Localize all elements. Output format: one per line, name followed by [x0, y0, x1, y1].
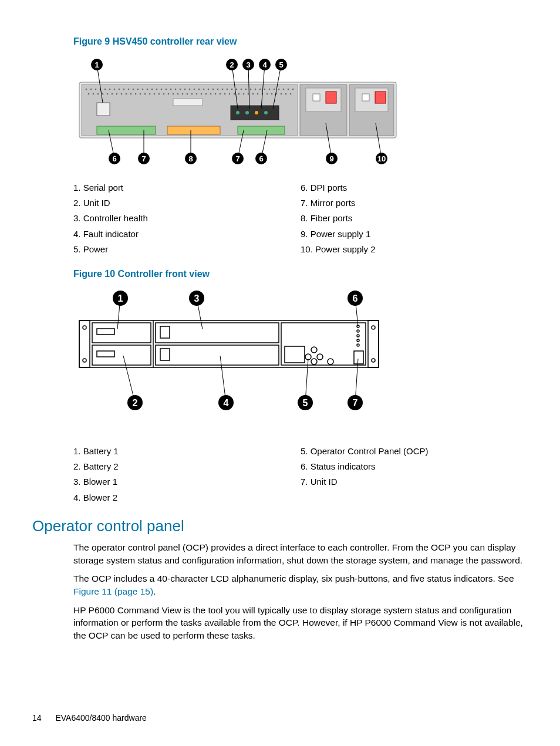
svg-point-52 — [112, 93, 113, 94]
svg-point-48 — [93, 93, 95, 94]
svg-rect-159 — [160, 326, 170, 338]
svg-rect-162 — [285, 346, 305, 363]
svg-text:6: 6 — [259, 154, 263, 163]
svg-point-78 — [234, 93, 235, 94]
svg-point-7 — [109, 88, 111, 90]
paragraph-ocp-2: The OCP includes a 40-character LCD alph… — [73, 572, 528, 598]
svg-point-23 — [184, 88, 186, 90]
svg-point-45 — [288, 88, 289, 90]
svg-rect-149 — [368, 320, 379, 367]
svg-rect-161 — [281, 323, 366, 365]
svg-point-16 — [151, 88, 153, 90]
svg-text:7: 7 — [235, 154, 239, 163]
svg-point-33 — [231, 88, 233, 90]
svg-point-72 — [205, 93, 207, 94]
svg-point-42 — [274, 88, 275, 90]
figure10-image: 1 3 6 2 4 — [73, 285, 528, 426]
svg-point-67 — [182, 93, 184, 94]
svg-point-172 — [357, 344, 359, 346]
svg-point-95 — [245, 111, 249, 114]
svg-point-24 — [189, 88, 191, 90]
svg-point-96 — [255, 111, 258, 114]
svg-point-79 — [238, 93, 240, 94]
svg-point-15 — [147, 88, 149, 90]
svg-point-66 — [177, 93, 179, 94]
svg-point-56 — [130, 93, 132, 94]
svg-point-49 — [97, 93, 99, 94]
svg-point-170 — [357, 335, 359, 337]
svg-point-25 — [194, 88, 195, 90]
svg-point-22 — [180, 88, 181, 90]
svg-text:3: 3 — [194, 293, 200, 303]
svg-point-148 — [83, 359, 86, 362]
svg-rect-98 — [97, 126, 156, 134]
svg-point-70 — [196, 93, 198, 94]
svg-point-51 — [107, 93, 109, 94]
svg-point-68 — [187, 93, 188, 94]
svg-text:8: 8 — [188, 154, 193, 163]
paragraph-ocp-2b: . — [153, 586, 156, 596]
svg-point-76 — [224, 93, 226, 94]
svg-point-13 — [137, 88, 139, 90]
svg-point-60 — [149, 93, 151, 94]
figure10-legend: 1. Battery 15. Operator Control Panel (O… — [73, 444, 528, 505]
svg-point-30 — [217, 88, 219, 90]
svg-point-71 — [201, 93, 203, 94]
svg-text:4: 4 — [224, 397, 229, 407]
svg-text:5: 5 — [303, 397, 308, 407]
svg-point-94 — [236, 111, 239, 114]
svg-rect-158 — [156, 345, 279, 365]
svg-point-41 — [269, 88, 271, 90]
svg-point-83 — [257, 93, 259, 94]
svg-text:3: 3 — [246, 60, 250, 69]
svg-point-17 — [156, 88, 158, 90]
svg-point-59 — [144, 93, 146, 94]
svg-point-11 — [128, 88, 130, 90]
svg-text:9: 9 — [329, 154, 333, 163]
svg-point-61 — [154, 93, 156, 94]
svg-point-89 — [285, 93, 287, 94]
svg-text:1: 1 — [95, 60, 99, 69]
svg-point-6 — [104, 88, 106, 90]
svg-point-8 — [114, 88, 116, 90]
svg-point-36 — [245, 88, 247, 90]
svg-text:2: 2 — [230, 60, 234, 69]
svg-rect-105 — [326, 92, 336, 103]
svg-point-43 — [278, 88, 280, 90]
svg-point-74 — [215, 93, 217, 94]
svg-point-29 — [212, 88, 214, 90]
svg-text:2: 2 — [133, 397, 138, 407]
link-figure11[interactable]: Figure 11 (page 15) — [73, 586, 153, 596]
svg-rect-106 — [375, 92, 386, 103]
svg-point-21 — [175, 88, 177, 90]
svg-point-147 — [83, 326, 86, 329]
svg-point-47 — [88, 93, 90, 94]
svg-point-80 — [243, 93, 245, 94]
svg-rect-146 — [79, 320, 90, 367]
svg-point-90 — [290, 93, 292, 94]
svg-point-86 — [271, 93, 273, 94]
svg-text:1: 1 — [118, 293, 123, 303]
svg-point-85 — [266, 93, 268, 94]
svg-point-19 — [166, 88, 167, 90]
svg-point-31 — [222, 88, 224, 90]
svg-point-27 — [203, 88, 205, 90]
svg-rect-154 — [97, 329, 114, 335]
callout-f10-7: 7 — [348, 359, 363, 410]
svg-rect-155 — [97, 351, 114, 357]
svg-point-63 — [163, 93, 165, 94]
callout-f10-6: 6 — [348, 291, 363, 326]
svg-point-167 — [328, 359, 333, 364]
svg-point-171 — [357, 339, 359, 342]
svg-point-26 — [198, 88, 200, 90]
callout-f10-2: 2 — [123, 356, 143, 410]
svg-point-169 — [357, 330, 359, 332]
figure9-caption: Figure 9 HSV450 controller rear view — [73, 35, 528, 48]
svg-point-12 — [133, 88, 134, 90]
svg-point-62 — [158, 93, 160, 94]
svg-point-10 — [123, 88, 125, 90]
svg-point-55 — [126, 93, 127, 94]
paragraph-ocp-3: HP P6000 Command View is the tool you wi… — [73, 604, 528, 642]
svg-point-35 — [241, 88, 242, 90]
svg-text:7: 7 — [353, 397, 358, 407]
